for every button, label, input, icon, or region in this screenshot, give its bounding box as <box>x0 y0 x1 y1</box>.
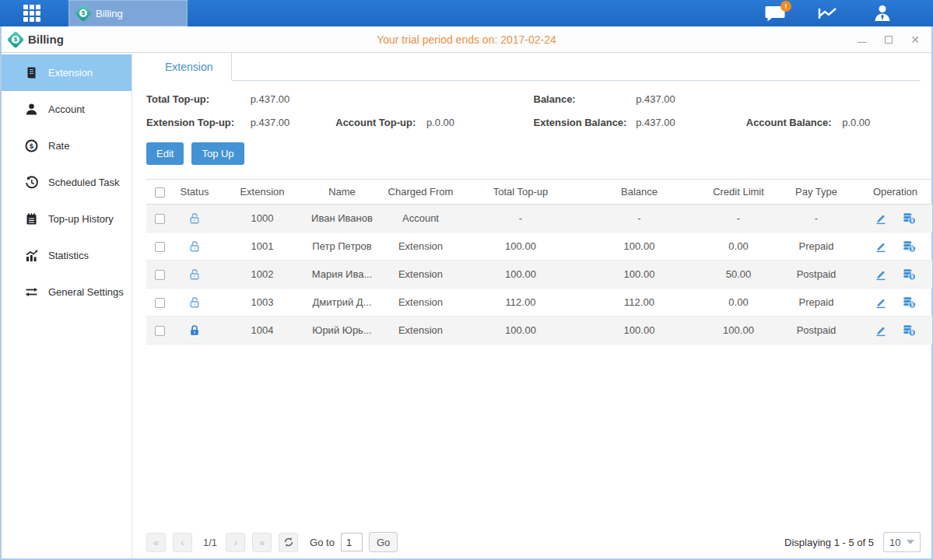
svg-text:$: $ <box>30 142 33 150</box>
cell-charged-from: Extension <box>376 261 465 289</box>
cell-name: Дмитрий Д... <box>308 289 376 317</box>
sidebar-item-general-settings[interactable]: General Settings <box>2 274 132 310</box>
page-indicator: 1/1 <box>199 537 221 548</box>
tab-extension[interactable]: Extension <box>146 53 232 81</box>
minimize-icon[interactable] <box>857 34 868 45</box>
edit-row-icon[interactable] <box>875 268 887 281</box>
maximize-icon[interactable] <box>883 34 894 45</box>
first-page-icon[interactable]: « <box>146 533 166 552</box>
extension-topup-label: Extension Top-up: <box>146 117 247 128</box>
select-all-checkbox[interactable] <box>155 187 165 198</box>
row-checkbox[interactable] <box>155 298 165 308</box>
cell-total-topup: - <box>465 205 576 233</box>
main-content: Extension Total Top-up: p.437.00 Balance… <box>132 53 931 558</box>
top-up-row-icon[interactable]: $ <box>903 296 916 309</box>
cell-balance: 100.00 <box>576 233 703 261</box>
cell-credit-limit: 50.00 <box>703 261 774 289</box>
extension-topup-value: p.437.00 <box>251 117 333 128</box>
table-row: 1002 Мария Ива... Extension 100.00 100.0… <box>146 261 932 289</box>
apps-grid-icon[interactable] <box>23 5 40 22</box>
sidebar-item-label: Account <box>48 103 85 115</box>
extension-balance-label: Extension Balance: <box>534 117 633 128</box>
rate-icon: $ <box>25 139 38 152</box>
sidebar-item-account[interactable]: Account <box>2 91 132 128</box>
sidebar-item-topup-history[interactable]: Top-up History <box>2 201 132 237</box>
account-topup-value: p.0.00 <box>426 117 454 128</box>
sidebar-item-label: General Settings <box>48 286 124 298</box>
sidebar-item-label: Extension <box>48 67 93 79</box>
svg-text:$: $ <box>910 302 914 308</box>
goto-page-input[interactable] <box>341 533 363 551</box>
table-row: 1003 Дмитрий Д... Extension 112.00 112.0… <box>146 289 932 317</box>
statistics-icon <box>25 249 38 262</box>
cell-balance: 100.00 <box>576 261 703 289</box>
status-lock-icon <box>188 324 201 335</box>
pagination-bar: « ‹ 1/1 › » Go to Go Displaying 1 - 5 of… <box>146 532 921 552</box>
svg-text:$: $ <box>910 218 914 224</box>
top-up-row-icon[interactable]: $ <box>903 324 916 337</box>
cell-balance: 100.00 <box>576 317 703 345</box>
top-up-row-icon[interactable]: $ <box>903 240 916 253</box>
extensions-table: Status Extension Name Charged From Total… <box>146 179 932 345</box>
page-size-value: 10 <box>889 537 900 548</box>
cell-name: Юрий Юрь... <box>308 317 376 345</box>
cell-total-topup: 100.00 <box>465 261 576 289</box>
cell-balance: - <box>576 205 703 233</box>
chevron-down-icon <box>907 540 914 544</box>
top-up-row-icon[interactable]: $ <box>903 268 916 281</box>
edit-row-icon[interactable] <box>875 296 887 309</box>
cell-extension: 1001 <box>216 233 308 261</box>
status-lock-icon <box>188 212 201 223</box>
top-up-button[interactable]: Top Up <box>191 142 244 165</box>
edit-button[interactable]: Edit <box>146 142 184 165</box>
notification-badge: ! <box>780 1 791 12</box>
topbar-tab-billing[interactable]: $ Billing <box>68 0 188 26</box>
col-total-topup: Total Top-up <box>465 180 576 205</box>
sidebar-item-scheduled-task[interactable]: Scheduled Task <box>2 164 132 201</box>
page-size-select[interactable]: 10 <box>883 532 921 552</box>
cell-extension: 1002 <box>216 261 308 289</box>
goto-label: Go to <box>310 537 335 548</box>
user-icon[interactable] <box>872 5 893 22</box>
summary-row-extension-account-balance: Extension Balance: p.437.00 Account Bala… <box>534 117 921 128</box>
window-title-bar: $ Billing Your trial period ends on: 201… <box>2 26 931 53</box>
next-page-icon[interactable]: › <box>226 533 245 552</box>
cell-total-topup: 100.00 <box>465 317 576 345</box>
sidebar-item-extension[interactable]: Extension <box>2 54 132 91</box>
table-header-row: Status Extension Name Charged From Total… <box>146 180 932 205</box>
balance-value: p.437.00 <box>636 93 675 105</box>
cell-extension: 1003 <box>216 289 308 317</box>
close-icon[interactable]: ✕ <box>910 34 921 45</box>
row-checkbox[interactable] <box>155 214 165 224</box>
sidebar-item-label: Scheduled Task <box>48 177 120 188</box>
row-checkbox[interactable] <box>155 326 165 336</box>
edit-row-icon[interactable] <box>875 212 887 225</box>
account-icon <box>25 103 38 116</box>
cell-charged-from: Extension <box>376 289 465 317</box>
prev-page-icon[interactable]: ‹ <box>173 533 192 552</box>
summary-row-balance: Balance: p.437.00 <box>534 93 921 105</box>
messages-icon[interactable]: ! <box>765 5 785 22</box>
table-row: 1000 Иван Иванов Account - - - - <box>146 205 932 233</box>
cell-name: Мария Ива... <box>308 261 376 289</box>
cell-name: Петр Петров <box>308 233 376 261</box>
cell-charged-from: Account <box>376 205 465 233</box>
last-page-icon[interactable]: » <box>252 533 272 552</box>
cell-name: Иван Иванов <box>308 205 376 233</box>
extension-balance-value: p.437.00 <box>636 117 743 128</box>
refresh-icon[interactable] <box>279 533 298 552</box>
row-checkbox[interactable] <box>155 242 165 252</box>
sidebar-item-statistics[interactable]: Statistics <box>2 237 132 274</box>
total-topup-label: Total Top-up: <box>146 93 247 105</box>
statistics-chart-icon[interactable] <box>818 5 840 22</box>
top-up-row-icon[interactable]: $ <box>903 212 916 225</box>
go-button[interactable]: Go <box>369 532 398 552</box>
edit-row-icon[interactable] <box>875 240 887 253</box>
row-checkbox[interactable] <box>155 270 165 280</box>
col-balance: Balance <box>576 180 703 205</box>
sidebar-item-label: Top-up History <box>48 213 114 225</box>
sidebar-item-rate[interactable]: $ Rate <box>2 128 132 164</box>
account-topup-label: Account Top-up: <box>335 117 416 128</box>
topup-history-icon <box>25 212 38 226</box>
edit-row-icon[interactable] <box>875 324 887 337</box>
